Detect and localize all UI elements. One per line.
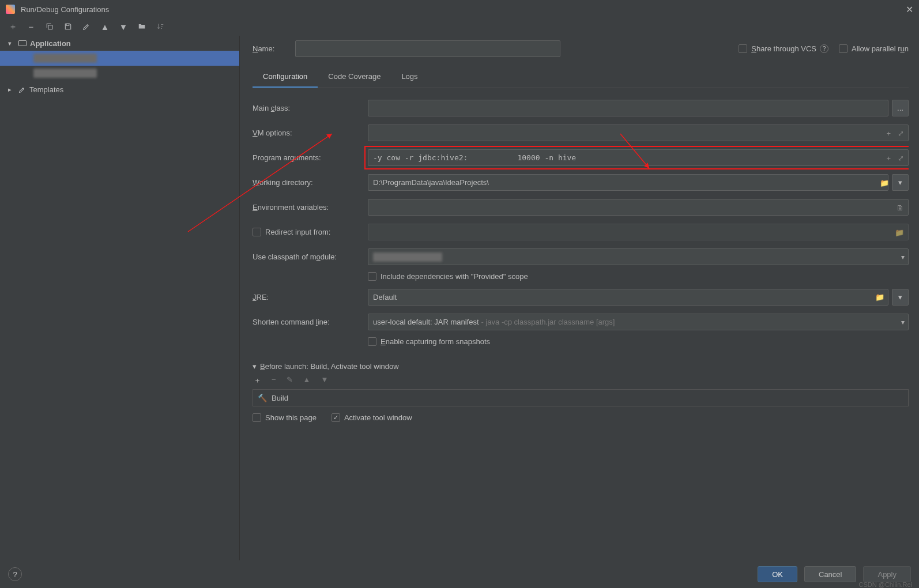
share-vcs-label: Share through VCS	[751, 44, 816, 53]
window-title: Run/Debug Configurations	[21, 5, 109, 14]
show-page-checkbox[interactable]	[253, 413, 261, 422]
tab-bar: Configuration Code Coverage Logs	[253, 66, 909, 88]
redirect-input-checkbox[interactable]	[253, 228, 261, 236]
tree-item-selected[interactable]	[0, 51, 239, 66]
allow-parallel-label: Allow parallel run	[852, 44, 909, 53]
enable-snapshots-checkbox[interactable]	[368, 337, 376, 346]
folder-button[interactable]	[136, 21, 148, 32]
env-vars-edit-icon[interactable]: 🗎	[897, 203, 904, 212]
before-launch-item[interactable]: 🔨Build	[253, 390, 908, 406]
classpath-label: Use classpath of module:	[253, 252, 368, 261]
remove-config-button[interactable]: −	[25, 21, 37, 32]
activate-tool-label: Activate tool window	[344, 413, 412, 422]
shorten-grey: - java -cp classpath.jar classname [args…	[481, 318, 615, 326]
activate-tool-checkbox[interactable]	[332, 413, 340, 422]
include-dep-label: Include dependencies with "Provided" sco…	[381, 272, 528, 281]
ok-button[interactable]: OK	[758, 566, 797, 582]
working-dir-dropdown[interactable]: ▾	[892, 174, 909, 191]
help-icon[interactable]: ?	[820, 44, 828, 53]
app-icon	[6, 5, 15, 14]
tree-item[interactable]	[0, 66, 239, 81]
chevron-down-icon: ▾	[901, 253, 905, 261]
redirect-input-field[interactable]	[368, 224, 909, 240]
bl-add-button[interactable]: ＋	[254, 375, 261, 386]
before-launch-label: Before launch: Build, Activate tool wind…	[260, 362, 399, 371]
bl-up-button[interactable]: ▲	[303, 375, 311, 386]
expand-field-icon[interactable]: ⤢	[898, 129, 904, 137]
cancel-button[interactable]: Cancel	[804, 566, 856, 582]
shorten-cmd-combo[interactable]: user-local default: JAR manifest - java …	[368, 314, 909, 330]
vm-options-label: VM options:	[253, 129, 368, 137]
jre-browse-icon[interactable]: 📁	[875, 293, 884, 301]
close-icon[interactable]: ✕	[906, 4, 913, 15]
templates-label: Templates	[29, 85, 63, 94]
svg-rect-1	[66, 24, 69, 25]
before-launch-header[interactable]: ▾Before launch: Build, Activate tool win…	[253, 362, 909, 371]
tab-logs[interactable]: Logs	[391, 66, 428, 88]
redirect-input-label: Redirect input from:	[265, 228, 330, 236]
title-bar: Run/Debug Configurations ✕	[0, 0, 919, 18]
program-args-label: Program arguments:	[253, 153, 368, 162]
enable-snapshots-label: Enable capturing form snapshots	[381, 337, 490, 346]
move-up-button[interactable]: ▲	[99, 21, 111, 32]
redacted-config-name	[33, 54, 97, 63]
jre-combo[interactable]: Default📁	[368, 289, 888, 306]
working-dir-input[interactable]	[368, 174, 888, 191]
name-input[interactable]	[295, 40, 560, 57]
expand-field-icon[interactable]: ⤢	[898, 153, 904, 162]
save-config-button[interactable]	[62, 21, 74, 32]
bl-down-button[interactable]: ▼	[321, 375, 328, 386]
main-class-label: Main class:	[253, 104, 368, 112]
chevron-right-icon: ▸	[8, 86, 15, 93]
env-vars-label: Environment variables:	[253, 203, 368, 212]
add-config-button[interactable]: ＋	[7, 21, 18, 32]
tree-node-templates[interactable]: ▸ Templates	[0, 82, 239, 97]
before-launch-list: 🔨Build	[253, 389, 909, 406]
classpath-module-combo[interactable]: ▾	[368, 248, 909, 265]
config-toolbar: ＋ − ▲ ▼	[0, 18, 919, 36]
shorten-value: user-local default: JAR manifest	[373, 318, 479, 326]
templates-wrench-icon	[18, 86, 26, 93]
chevron-down-icon: ▾	[253, 362, 257, 371]
jre-dropdown[interactable]: ▾	[892, 289, 909, 306]
application-group-icon	[18, 40, 27, 46]
browse-dir-icon[interactable]: 📁	[880, 178, 889, 187]
jre-label: JRE:	[253, 293, 368, 301]
tab-configuration[interactable]: Configuration	[253, 66, 318, 88]
name-label: Name:	[253, 44, 285, 53]
bl-edit-button[interactable]: ✎	[287, 375, 293, 386]
tab-code-coverage[interactable]: Code Coverage	[318, 66, 391, 88]
dialog-footer: ? OK Cancel Apply	[0, 560, 919, 588]
build-label: Build	[272, 394, 288, 402]
working-dir-label: Working directory:	[253, 178, 368, 187]
show-page-label: Show this page	[265, 413, 317, 422]
move-down-button[interactable]: ▼	[118, 21, 129, 32]
insert-macro-icon[interactable]: +	[886, 129, 891, 137]
apply-button[interactable]: Apply	[863, 566, 911, 582]
main-class-input[interactable]	[368, 100, 888, 116]
share-vcs-checkbox[interactable]	[739, 44, 747, 53]
shorten-cmd-label: Shorten command line:	[253, 318, 368, 326]
tree-node-application[interactable]: ▾ Application	[0, 36, 239, 51]
hammer-icon: 🔨	[258, 394, 267, 402]
jre-value: Default	[373, 293, 397, 301]
main-class-browse-button[interactable]: ...	[892, 100, 909, 116]
sort-button[interactable]	[155, 21, 166, 32]
include-dep-checkbox[interactable]	[368, 272, 376, 281]
copy-config-button[interactable]	[44, 21, 55, 32]
redirect-browse-icon[interactable]: 📁	[895, 228, 904, 236]
vm-options-input[interactable]	[368, 125, 909, 141]
config-tree-panel: ▾ Application ▸ Templates	[0, 36, 240, 560]
chevron-down-icon: ▾	[901, 318, 905, 326]
bl-remove-button[interactable]: −	[272, 375, 276, 386]
edit-templates-button[interactable]	[81, 21, 92, 32]
allow-parallel-checkbox[interactable]	[839, 44, 848, 53]
svg-rect-0	[48, 25, 52, 29]
env-vars-input[interactable]	[368, 199, 909, 216]
help-button[interactable]: ?	[8, 567, 22, 581]
config-form: Name: Share through VCS? Allow parallel …	[240, 36, 919, 560]
redacted-config-name	[33, 69, 97, 78]
program-args-input[interactable]	[368, 149, 909, 166]
watermark-text: CSDN @Chiiin.Rei	[859, 581, 912, 588]
insert-macro-icon[interactable]: +	[886, 153, 891, 162]
